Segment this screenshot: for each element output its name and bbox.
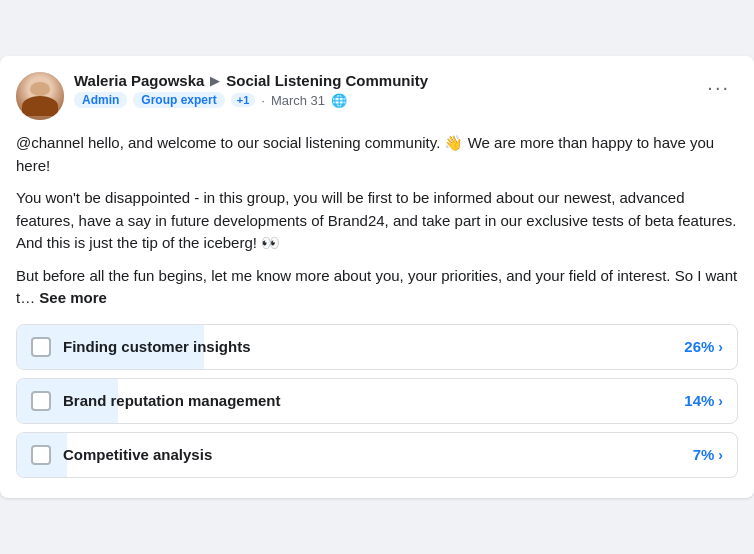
separator-dot: · (261, 93, 265, 108)
community-name: Social Listening Community (226, 72, 428, 89)
badges-row: Admin Group expert +1 · March 31 🌐 (74, 92, 428, 108)
header-left: Waleria Pagowska ▶ Social Listening Comm… (16, 72, 428, 120)
user-name-row: Waleria Pagowska ▶ Social Listening Comm… (74, 72, 428, 89)
poll-checkbox-3[interactable] (31, 445, 51, 465)
poll-pct-3: 7% › (693, 446, 723, 463)
see-more-button[interactable]: See more (39, 289, 107, 306)
user-info: Waleria Pagowska ▶ Social Listening Comm… (74, 72, 428, 108)
poll-pct-1: 26% › (684, 338, 723, 355)
avatar (16, 72, 64, 120)
post-header: Waleria Pagowska ▶ Social Listening Comm… (16, 72, 738, 120)
poll-label-3: Competitive analysis (63, 446, 693, 463)
arrow-icon: ▶ (210, 73, 220, 88)
poll-label-2: Brand reputation management (63, 392, 684, 409)
poll-pct-2: 14% › (684, 392, 723, 409)
chevron-right-icon-3: › (718, 447, 723, 463)
poll-option-2[interactable]: Brand reputation management 14% › (16, 378, 738, 424)
poll-checkbox-1[interactable] (31, 337, 51, 357)
badge-plus: +1 (231, 93, 256, 107)
post-timestamp: March 31 (271, 93, 325, 108)
poll-label-1: Finding customer insights (63, 338, 684, 355)
post-card: Waleria Pagowska ▶ Social Listening Comm… (0, 56, 754, 498)
poll-checkbox-2[interactable] (31, 391, 51, 411)
user-name: Waleria Pagowska (74, 72, 204, 89)
badge-expert: Group expert (133, 92, 224, 108)
chevron-right-icon-1: › (718, 339, 723, 355)
post-paragraph-2: You won't be disappointed - in this grou… (16, 187, 738, 255)
chevron-right-icon-2: › (718, 393, 723, 409)
poll-container: Finding customer insights 26% › Brand re… (16, 324, 738, 478)
more-options-button[interactable]: ··· (699, 72, 738, 103)
post-paragraph-3: But before all the fun begins, let me kn… (16, 265, 738, 310)
post-body: @channel hello, and welcome to our socia… (16, 132, 738, 310)
globe-icon: 🌐 (331, 93, 347, 108)
badge-admin: Admin (74, 92, 127, 108)
poll-option-3[interactable]: Competitive analysis 7% › (16, 432, 738, 478)
poll-option-1[interactable]: Finding customer insights 26% › (16, 324, 738, 370)
post-paragraph-1: @channel hello, and welcome to our socia… (16, 132, 738, 177)
